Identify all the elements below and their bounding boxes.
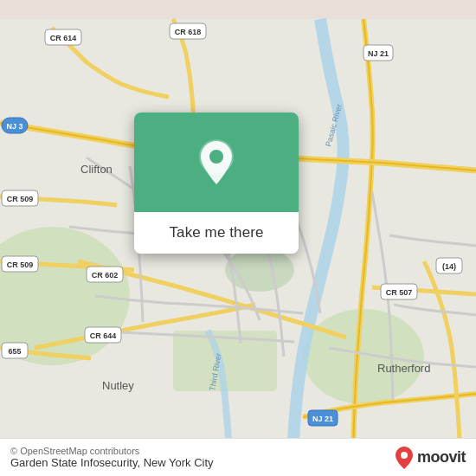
moovit-logo: moovit bbox=[395, 446, 466, 470]
osm-attribution: © OpenStreetMap contributors bbox=[10, 446, 214, 456]
location-pin-icon bbox=[197, 139, 235, 186]
svg-text:CR 644: CR 644 bbox=[90, 331, 117, 340]
svg-text:CR 509: CR 509 bbox=[7, 195, 34, 203]
svg-point-36 bbox=[209, 150, 223, 164]
svg-text:NJ 21: NJ 21 bbox=[368, 49, 389, 58]
svg-text:655: 655 bbox=[8, 347, 21, 356]
svg-text:CR 509: CR 509 bbox=[7, 261, 34, 269]
svg-text:CR 602: CR 602 bbox=[92, 271, 119, 280]
map-container: CR 614 CR 618 NJ 21 NJ 3 CR 509 CR 602 C… bbox=[0, 0, 476, 476]
svg-point-2 bbox=[303, 309, 424, 404]
moovit-pin-icon bbox=[395, 446, 414, 470]
svg-text:Rutherford: Rutherford bbox=[377, 362, 430, 375]
svg-text:(14): (14) bbox=[442, 262, 456, 271]
bottom-bar: © OpenStreetMap contributors Garden Stat… bbox=[0, 438, 476, 476]
moovit-brand-name: moovit bbox=[417, 448, 466, 466]
svg-text:CR 507: CR 507 bbox=[386, 288, 413, 297]
location-name: Garden State Infosecurity, New York City bbox=[10, 456, 214, 469]
svg-text:Clifton: Clifton bbox=[80, 163, 113, 176]
svg-text:CR 614: CR 614 bbox=[50, 34, 77, 42]
svg-text:NJ 3: NJ 3 bbox=[6, 122, 23, 131]
card-map-area bbox=[134, 113, 299, 212]
bottom-bar-info: © OpenStreetMap contributors Garden Stat… bbox=[10, 446, 214, 469]
location-card: Take me there bbox=[134, 113, 299, 254]
svg-text:NJ 21: NJ 21 bbox=[312, 415, 333, 423]
take-me-there-button[interactable]: Take me there bbox=[134, 212, 299, 254]
svg-text:Nutley: Nutley bbox=[102, 379, 134, 392]
svg-point-37 bbox=[401, 452, 408, 459]
svg-text:CR 618: CR 618 bbox=[175, 28, 202, 36]
